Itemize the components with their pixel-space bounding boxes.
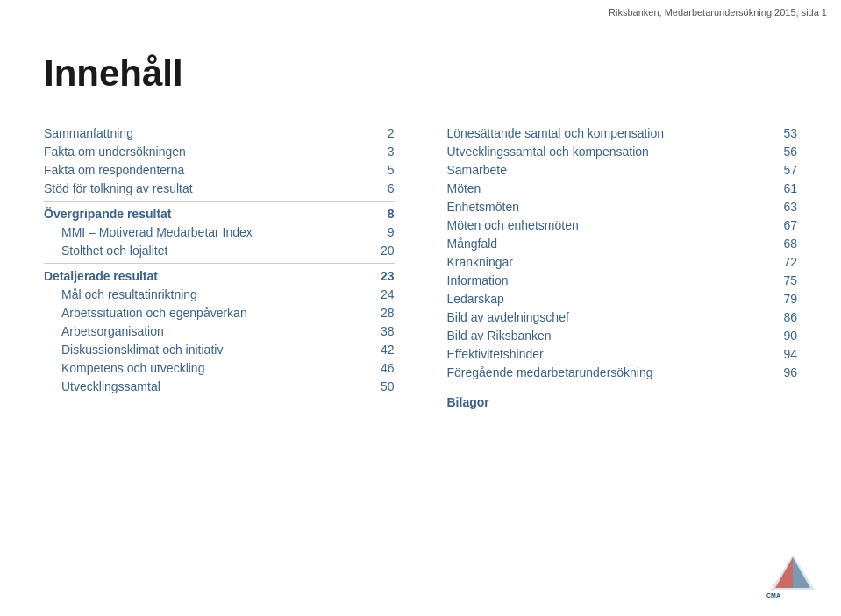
toc-item-label: Möten och enhetsmöten	[447, 218, 579, 232]
toc-right-item-10: Bild av avdelningschef86	[447, 310, 798, 324]
toc-right-item-6: Mångfald68	[447, 237, 798, 251]
toc-item-page: 72	[771, 255, 797, 269]
toc-right-item-3: Möten61	[447, 181, 798, 195]
toc-item-page: 57	[771, 163, 797, 177]
toc-item-page: 23	[368, 269, 395, 283]
toc-right-item-0: Lönesättande samtal och kompensation53	[447, 126, 798, 140]
svg-marker-2	[775, 557, 793, 588]
toc-item-page: 24	[368, 287, 395, 301]
toc-item-label: Samarbete	[447, 163, 507, 177]
toc-left-item-0: Sammanfattning2	[44, 126, 395, 140]
toc-left-item-8: Mål och resultatinriktning24	[44, 287, 395, 301]
toc-right-item-13: Föregående medarbetarundersökning96	[447, 365, 798, 379]
toc-item-label: Stolthet och lojalitet	[61, 244, 167, 258]
toc-item-label: Mångfald	[447, 237, 498, 251]
toc-divider	[44, 263, 395, 264]
toc-item-label: Detaljerade resultat	[44, 269, 158, 283]
toc-item-label: Arbetsorganisation	[61, 324, 164, 338]
toc-item-label: Kränkningar	[447, 255, 514, 269]
toc-container: Sammanfattning2Fakta om undersökningen3F…	[44, 126, 797, 409]
page-header: Riksbanken, Medarbetarundersökning 2015,…	[609, 7, 827, 18]
toc-right-item-12: Effektivitetshinder94	[447, 347, 798, 361]
toc-item-label: Enhetsmöten	[447, 200, 520, 214]
toc-item-label: Bild av Riksbanken	[447, 329, 552, 343]
toc-item-page: 53	[771, 126, 797, 140]
toc-item-page: 56	[771, 145, 797, 159]
toc-left-item-12: Kompetens och utveckling46	[44, 361, 395, 375]
toc-item-page: 42	[368, 343, 395, 357]
toc-item-page: 86	[771, 310, 797, 324]
toc-item-page: 63	[771, 200, 797, 214]
toc-item-label: Arbetssituation och egenpåverkan	[61, 306, 247, 320]
toc-right-item-11: Bild av Riksbanken90	[447, 329, 798, 343]
toc-left-item-2: Fakta om respondenterna5	[44, 163, 395, 177]
toc-item-label: Utvecklingssamtal och kompensation	[447, 145, 649, 159]
toc-item-label: Föregående medarbetarundersökning	[447, 365, 653, 379]
toc-item-page: 79	[771, 292, 797, 306]
toc-item-label: Övergripande resultat	[44, 207, 172, 221]
toc-right-item-9: Ledarskap79	[447, 292, 798, 306]
toc-item-page: 38	[368, 324, 395, 338]
toc-left-item-5: MMI – Motiverad Medarbetar Index9	[44, 225, 395, 239]
toc-item-label: Fakta om respondenterna	[44, 163, 184, 177]
toc-right-column: Lönesättande samtal och kompensation53Ut…	[421, 126, 798, 409]
svg-text:CMA: CMA	[766, 592, 780, 598]
toc-item-label: Diskussionsklimat och initiativ	[61, 343, 223, 357]
toc-right-item-5: Möten och enhetsmöten67	[447, 218, 798, 232]
svg-marker-1	[793, 557, 810, 588]
toc-item-page: 96	[771, 365, 797, 379]
toc-left-item-3: Stöd för tolkning av resultat6	[44, 181, 395, 195]
toc-right-item-4: Enhetsmöten63	[447, 200, 798, 214]
toc-item-page: 6	[368, 181, 395, 195]
toc-item-label: Effektivitetshinder	[447, 347, 544, 361]
toc-item-label: Lönesättande samtal och kompensation	[447, 126, 665, 140]
toc-left-item-11: Diskussionsklimat och initiativ42	[44, 343, 395, 357]
toc-item-page: 20	[368, 244, 395, 258]
toc-item-label: Ledarskap	[447, 292, 504, 306]
toc-item-label: Information	[447, 273, 509, 287]
toc-item-page: 28	[368, 306, 395, 320]
toc-item-label: Mål och resultatinriktning	[61, 287, 197, 301]
toc-left-item-10: Arbetsorganisation38	[44, 324, 395, 338]
toc-left-column: Sammanfattning2Fakta om undersökningen3F…	[44, 126, 421, 409]
toc-item-page: 2	[368, 126, 395, 140]
toc-item-page: 50	[368, 379, 395, 393]
toc-right-item-8: Information75	[447, 273, 798, 287]
cma-logo: CMA RESEARCH	[762, 550, 823, 598]
toc-item-label: Utvecklingssamtal	[61, 379, 160, 393]
toc-left-item-13: Utvecklingssamtal50	[44, 379, 395, 393]
toc-item-label: MMI – Motiverad Medarbetar Index	[61, 225, 253, 239]
toc-right-item-2: Samarbete57	[447, 163, 798, 177]
toc-item-page: 75	[771, 273, 797, 287]
toc-item-page: 46	[368, 361, 395, 375]
toc-right-item-1: Utvecklingssamtal och kompensation56	[447, 145, 798, 159]
toc-left-item-1: Fakta om undersökningen3	[44, 145, 395, 159]
toc-left-item-6: Stolthet och lojalitet20	[44, 244, 395, 258]
toc-item-page: 67	[771, 218, 797, 232]
toc-divider	[44, 201, 395, 202]
toc-left-item-4: Övergripande resultat8	[44, 207, 395, 221]
toc-item-page: 5	[368, 163, 395, 177]
toc-item-label: Fakta om undersökningen	[44, 145, 186, 159]
toc-item-page: 61	[771, 181, 797, 195]
toc-item-page: 94	[771, 347, 797, 361]
toc-item-label: Bild av avdelningschef	[447, 310, 569, 324]
toc-left-item-9: Arbetssituation och egenpåverkan28	[44, 306, 395, 320]
page-title: Innehåll	[44, 53, 797, 95]
toc-item-label: Stöd för tolkning av resultat	[44, 181, 193, 195]
bilagor-label: Bilagor	[447, 395, 798, 409]
toc-right-item-7: Kränkningar72	[447, 255, 798, 269]
toc-item-label: Sammanfattning	[44, 126, 133, 140]
toc-item-page: 68	[771, 237, 797, 251]
toc-left-item-7: Detaljerade resultat23	[44, 269, 395, 283]
toc-item-page: 9	[368, 225, 395, 239]
toc-item-label: Möten	[447, 181, 481, 195]
toc-item-label: Kompetens och utveckling	[61, 361, 204, 375]
toc-item-page: 90	[771, 329, 797, 343]
toc-item-page: 3	[368, 145, 395, 159]
toc-item-page: 8	[368, 207, 395, 221]
